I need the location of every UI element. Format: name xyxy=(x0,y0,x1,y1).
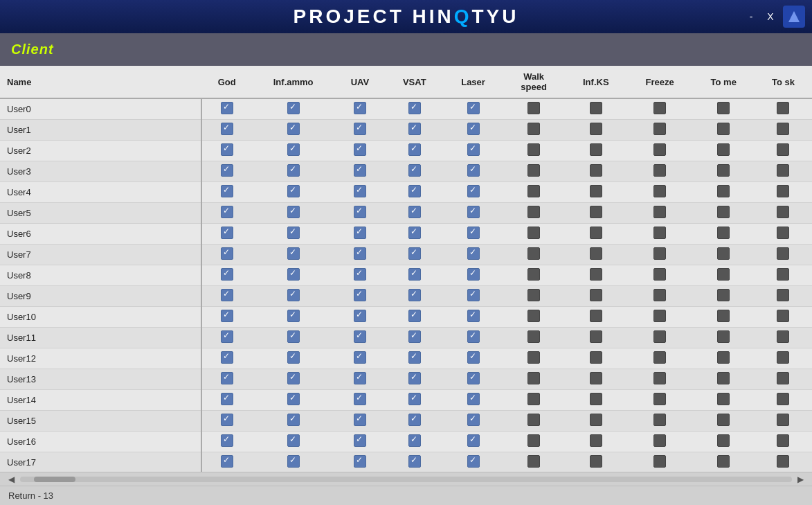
checkbox-checked[interactable] xyxy=(287,330,300,343)
cell-infKS[interactable] xyxy=(565,141,627,161)
checkbox-checked[interactable] xyxy=(467,247,480,260)
checkbox-dark[interactable] xyxy=(653,434,666,447)
cell-freeze[interactable] xyxy=(627,245,693,265)
checkbox-checked[interactable] xyxy=(408,351,421,364)
checkbox-dark[interactable] xyxy=(527,351,540,364)
cell-god[interactable] xyxy=(201,390,252,411)
checkbox-checked[interactable] xyxy=(354,455,366,468)
cell-laser[interactable] xyxy=(444,348,503,369)
cell-infAmmo[interactable] xyxy=(252,98,334,120)
cell-god[interactable] xyxy=(201,265,252,286)
cell-infKS[interactable] xyxy=(565,161,627,182)
cell-toSk[interactable] xyxy=(755,120,812,141)
cell-freeze[interactable] xyxy=(627,348,693,369)
checkbox-dark[interactable] xyxy=(777,330,789,343)
cell-infAmmo[interactable] xyxy=(252,161,334,182)
cell-walkSpeed[interactable] xyxy=(503,452,565,472)
table-row[interactable]: User6 xyxy=(0,224,812,245)
cell-god[interactable] xyxy=(201,286,252,307)
cell-infAmmo[interactable] xyxy=(252,369,334,390)
checkbox-dark[interactable] xyxy=(527,206,540,218)
cell-infAmmo[interactable] xyxy=(252,265,334,286)
checkbox-checked[interactable] xyxy=(354,351,366,364)
cell-vsat[interactable] xyxy=(386,161,444,182)
table-row[interactable]: User4 xyxy=(0,182,812,203)
checkbox-dark[interactable] xyxy=(717,247,730,260)
checkbox-dark[interactable] xyxy=(653,289,666,301)
cell-infKS[interactable] xyxy=(565,182,627,203)
checkbox-dark[interactable] xyxy=(527,372,540,384)
cell-freeze[interactable] xyxy=(627,120,693,141)
cell-freeze[interactable] xyxy=(627,98,693,120)
checkbox-checked[interactable] xyxy=(467,206,480,218)
cell-vsat[interactable] xyxy=(386,141,444,161)
table-row[interactable]: User12 xyxy=(0,348,812,369)
checkbox-checked[interactable] xyxy=(221,289,233,301)
cell-freeze[interactable] xyxy=(627,328,693,348)
cell-laser[interactable] xyxy=(444,265,503,286)
cell-infKS[interactable] xyxy=(565,286,627,307)
checkbox-checked[interactable] xyxy=(287,393,300,405)
checkbox-dark[interactable] xyxy=(777,164,789,177)
cell-toMe[interactable] xyxy=(693,182,755,203)
checkbox-checked[interactable] xyxy=(354,206,366,218)
cell-toMe[interactable] xyxy=(693,265,755,286)
checkbox-dark[interactable] xyxy=(653,102,666,114)
checkbox-checked[interactable] xyxy=(408,143,421,156)
checkbox-dark[interactable] xyxy=(590,330,602,343)
checkbox-dark[interactable] xyxy=(717,330,730,343)
checkbox-checked[interactable] xyxy=(221,185,233,197)
checkbox-checked[interactable] xyxy=(354,247,366,260)
checkbox-checked[interactable] xyxy=(354,372,366,384)
cell-god[interactable] xyxy=(201,161,252,182)
cell-god[interactable] xyxy=(201,203,252,224)
cell-laser[interactable] xyxy=(444,98,503,120)
cell-god[interactable] xyxy=(201,307,252,328)
checkbox-checked[interactable] xyxy=(467,455,480,468)
checkbox-checked[interactable] xyxy=(408,206,421,218)
checkbox-checked[interactable] xyxy=(467,143,480,156)
cell-walkSpeed[interactable] xyxy=(503,98,565,120)
scroll-left-arrow[interactable]: ◀ xyxy=(6,475,17,484)
checkbox-checked[interactable] xyxy=(467,372,480,384)
checkbox-checked[interactable] xyxy=(408,372,421,384)
cell-vsat[interactable] xyxy=(386,245,444,265)
checkbox-checked[interactable] xyxy=(221,310,233,322)
cell-infAmmo[interactable] xyxy=(252,390,334,411)
checkbox-dark[interactable] xyxy=(717,102,730,114)
checkbox-dark[interactable] xyxy=(590,164,602,177)
cell-infKS[interactable] xyxy=(565,224,627,245)
cell-walkSpeed[interactable] xyxy=(503,348,565,369)
checkbox-dark[interactable] xyxy=(717,372,730,384)
checkbox-dark[interactable] xyxy=(653,247,666,260)
cell-uav[interactable] xyxy=(334,245,386,265)
cell-infKS[interactable] xyxy=(565,203,627,224)
checkbox-checked[interactable] xyxy=(467,330,480,343)
checkbox-dark[interactable] xyxy=(653,414,666,426)
checkbox-dark[interactable] xyxy=(527,143,540,156)
cell-walkSpeed[interactable] xyxy=(503,245,565,265)
cell-vsat[interactable] xyxy=(386,390,444,411)
checkbox-dark[interactable] xyxy=(590,123,602,135)
checkbox-dark[interactable] xyxy=(777,434,789,447)
cell-walkSpeed[interactable] xyxy=(503,141,565,161)
cell-freeze[interactable] xyxy=(627,369,693,390)
checkbox-dark[interactable] xyxy=(590,143,602,156)
cell-walkSpeed[interactable] xyxy=(503,369,565,390)
checkbox-checked[interactable] xyxy=(287,372,300,384)
scroll-thumb[interactable] xyxy=(34,477,75,482)
cell-uav[interactable] xyxy=(334,286,386,307)
cell-laser[interactable] xyxy=(444,432,503,452)
table-row[interactable]: User8 xyxy=(0,265,812,286)
cell-god[interactable] xyxy=(201,141,252,161)
checkbox-checked[interactable] xyxy=(354,393,366,405)
checkbox-checked[interactable] xyxy=(221,372,233,384)
checkbox-dark[interactable] xyxy=(527,330,540,343)
table-row[interactable]: User15 xyxy=(0,411,812,432)
cell-uav[interactable] xyxy=(334,348,386,369)
checkbox-checked[interactable] xyxy=(408,227,421,239)
cell-infAmmo[interactable] xyxy=(252,348,334,369)
cell-vsat[interactable] xyxy=(386,120,444,141)
cell-god[interactable] xyxy=(201,432,252,452)
checkbox-dark[interactable] xyxy=(717,143,730,156)
